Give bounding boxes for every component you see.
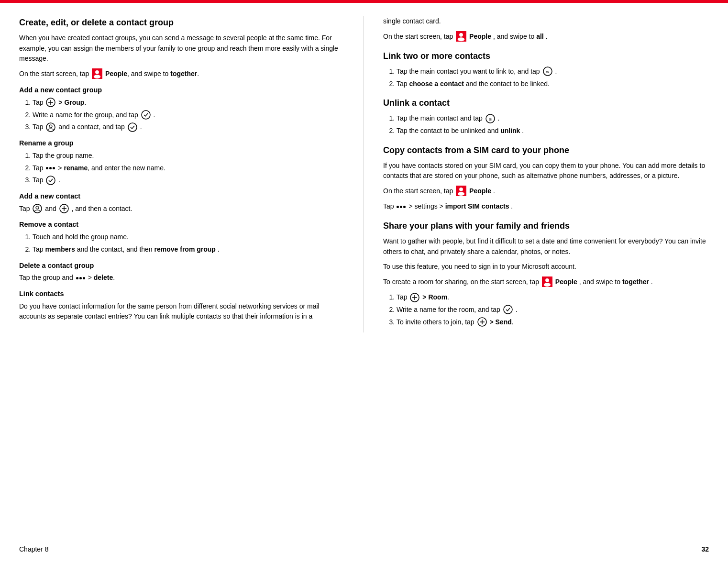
share-title: Share your plans with your family and fr…: [383, 220, 709, 232]
save-icon-2: [46, 176, 55, 185]
svg-point-2: [94, 75, 100, 79]
share-intro: Want to gather with people, but find it …: [383, 236, 709, 257]
unlink-title: Unlink a contact: [383, 97, 709, 110]
svg-point-8: [49, 125, 52, 128]
step-1: Tap > Group.: [33, 98, 346, 108]
intro-para: When you have created contact groups, yo…: [19, 33, 346, 64]
link-two-step-1: Tap the main contact you want to link to…: [397, 66, 709, 77]
delete-line: Tap the group and > delete.: [19, 273, 346, 283]
svg-text:∞: ∞: [546, 69, 549, 74]
svg-point-18: [458, 37, 464, 41]
group-icon: [33, 204, 42, 213]
copy-intro: If you have contacts stored on your SIM …: [383, 161, 709, 181]
svg-point-1: [95, 70, 99, 74]
rename-step-2: Tap > rename, and enter the new name.: [33, 163, 346, 174]
remove-title: Remove a contact: [19, 220, 346, 230]
link-intro: Do you have contact information for the …: [19, 301, 346, 322]
svg-point-9: [128, 123, 137, 132]
share-step-1: Tap > Room.: [397, 292, 709, 303]
right-start-line: On the start screen, tap People , and sw…: [383, 32, 709, 42]
svg-point-10: [46, 176, 55, 185]
add-group-title: Add a new contact group: [19, 85, 346, 96]
add-person-icon: [46, 122, 55, 132]
add-contact-title: Add a new contact: [19, 191, 346, 202]
svg-point-6: [142, 111, 150, 119]
step-3: Tap and a contact, and tap .: [33, 122, 346, 133]
share-step-2: Write a name for the room, and tap .: [397, 305, 709, 315]
copy-title: Copy contacts from a SIM card to your ph…: [383, 144, 709, 157]
unlink-steps: Tap the main contact and tap ⊞ . Tap the…: [397, 113, 709, 136]
link-title: Link contacts: [19, 289, 346, 299]
dots-icon: [46, 167, 55, 169]
step-2: Write a name for the group, and tap .: [33, 110, 346, 121]
link-two-step-2: Tap choose a contact and the contact to …: [397, 79, 709, 89]
remove-step-2: Tap members and the contact, and then re…: [33, 244, 346, 255]
rename-step-3: Tap .: [33, 175, 346, 186]
chapter-label: Chapter 8: [19, 544, 48, 554]
unlink-step-2: Tap the contact to be unlinked and unlin…: [397, 126, 709, 136]
svg-point-25: [458, 192, 464, 196]
people-icon-4: [542, 276, 552, 287]
main-title: Create, edit, or delete a contact group: [19, 16, 346, 29]
share-steps: Tap > Room. Write a name for the room, a…: [397, 292, 709, 327]
add-contact-line: Tap and , and then a contact.: [19, 204, 346, 214]
share-line-2: To use this feature, you need to sign in…: [383, 262, 709, 272]
link-icon: ∞: [543, 66, 552, 76]
svg-point-27: [545, 278, 549, 282]
footer: Chapter 8 32: [0, 544, 728, 554]
add-group-steps: Tap > Group. Write a name for the group,…: [33, 98, 346, 133]
plus-circle-icon-3: [477, 317, 487, 327]
unlink-icon: ⊞: [485, 114, 495, 123]
svg-text:⊞: ⊞: [489, 118, 492, 121]
copy-start-2: Tap > settings > import SIM contacts .: [383, 201, 709, 212]
rename-step-1: Tap the group name.: [33, 151, 346, 161]
remove-steps: Touch and hold the group name. Tap membe…: [33, 232, 346, 254]
people-icon: [92, 68, 102, 79]
svg-point-12: [36, 206, 39, 209]
plus-icon-small: [59, 204, 69, 213]
plus-circle-icon: [46, 98, 55, 107]
page-content: Create, edit, or delete a contact group …: [0, 3, 728, 352]
link-two-steps: Tap the main contact you want to link to…: [397, 66, 709, 89]
check-circle-icon: [128, 122, 137, 132]
right-column: single contact card. On the start screen…: [364, 16, 709, 332]
svg-point-17: [459, 33, 463, 37]
svg-point-32: [504, 305, 512, 314]
rename-steps: Tap the group name. Tap > rename, and en…: [33, 151, 346, 186]
save-icon: [141, 110, 151, 120]
share-step-3: To invite others to join, tap > Send.: [397, 317, 709, 328]
rename-title: Rename a group: [19, 138, 346, 149]
copy-start-1: On the start screen, tap People .: [383, 186, 709, 197]
save-icon-3: [503, 305, 513, 314]
dots-icon-3: [397, 206, 406, 208]
delete-title: Delete a contact group: [19, 261, 346, 271]
page-number: 32: [701, 544, 709, 554]
people-icon-2: [456, 31, 466, 42]
share-line-3: To create a room for sharing, on the sta…: [383, 277, 709, 288]
svg-point-28: [544, 283, 551, 287]
link-two-title: Link two or more contacts: [383, 50, 709, 63]
right-continue: single contact card.: [383, 16, 709, 27]
dots-icon-2: [76, 277, 85, 279]
remove-step-1: Touch and hold the group name.: [33, 232, 346, 243]
svg-point-24: [459, 188, 463, 191]
plus-circle-icon-2: [410, 293, 419, 302]
people-icon-3: [456, 186, 466, 196]
unlink-step-1: Tap the main contact and tap ⊞ .: [397, 113, 709, 124]
left-column: Create, edit, or delete a contact group …: [19, 16, 364, 332]
start-screen-line: On the start screen, tap People, and swi…: [19, 69, 346, 79]
